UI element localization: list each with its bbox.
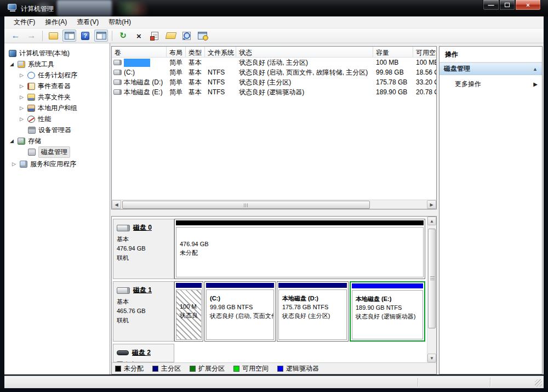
- expander-icon[interactable]: ▷: [11, 161, 17, 167]
- menu-file[interactable]: 文件(F): [9, 16, 40, 29]
- refresh-button[interactable]: ↻: [116, 30, 130, 42]
- minimize-button[interactable]: —: [483, 0, 499, 10]
- tree-item-system-tools[interactable]: ◢ 系统工具: [9, 59, 54, 70]
- menu-action[interactable]: 操作(A): [40, 16, 72, 29]
- legend-color-swatch: [115, 366, 121, 372]
- export-list-icon: [49, 32, 58, 39]
- partition-type-stripe: [206, 283, 274, 288]
- partition-type-stripe: [278, 283, 347, 288]
- menu-help[interactable]: 帮助(H): [104, 16, 136, 29]
- tree-item-shared-folders[interactable]: ▷ 共享文件夹: [19, 92, 71, 103]
- partition-type-stripe: [176, 220, 424, 225]
- expander-icon[interactable]: ▷: [19, 72, 25, 78]
- delete-icon: ×: [136, 31, 141, 41]
- forward-button[interactable]: →: [25, 30, 38, 42]
- app-icon: [8, 4, 17, 12]
- legend-free-space: 可用空间: [233, 364, 269, 373]
- find-button[interactable]: [180, 30, 193, 42]
- expander-icon[interactable]: ▷: [19, 94, 25, 100]
- delete-button[interactable]: ×: [132, 30, 146, 42]
- properties-button[interactable]: [148, 30, 162, 42]
- expander-icon[interactable]: ◢: [9, 138, 15, 144]
- expander-icon[interactable]: ◢: [9, 61, 15, 67]
- selected-volume-highlight[interactable]: [124, 59, 150, 67]
- legend-primary-partition: 主分区: [152, 364, 181, 373]
- partition-d[interactable]: 本地磁盘 (D:) 175.78 GB NTFS 状态良好 (主分区): [277, 281, 349, 342]
- system-reserved-partition[interactable]: 100 M 状态良: [174, 281, 203, 342]
- collapse-section-icon[interactable]: ▲: [533, 66, 538, 72]
- local-users-icon: [27, 105, 35, 112]
- expander-icon[interactable]: ▷: [19, 83, 25, 89]
- tree-item-device-manager[interactable]: 设备管理器: [28, 124, 71, 135]
- maximize-button[interactable]: [499, 0, 515, 10]
- legend-color-swatch: [190, 366, 196, 372]
- tree-item-event-viewer[interactable]: ▷ 事件查看器: [19, 81, 71, 92]
- tree-item-performance[interactable]: ▷ 性能: [19, 113, 51, 124]
- column-header-status[interactable]: 状态: [236, 47, 373, 57]
- scrollbar-thumb[interactable]: [428, 229, 436, 328]
- legend-color-swatch: [152, 366, 158, 372]
- menu-view[interactable]: 查看(V): [72, 16, 104, 29]
- scrollbar-thumb[interactable]: [122, 201, 370, 209]
- help-icon: ?: [81, 32, 89, 40]
- scroll-down-button[interactable]: ▼: [427, 354, 436, 362]
- open-button[interactable]: [164, 30, 178, 42]
- action-pane-icon: [96, 32, 106, 39]
- tree-root-computer-management[interactable]: 计算机管理(本地): [9, 48, 70, 59]
- disk-0-label[interactable]: 磁盘 0 基本 476.94 GB 联机: [113, 219, 174, 279]
- export-list-button[interactable]: [47, 30, 60, 42]
- expander-icon[interactable]: ▷: [19, 105, 25, 111]
- help-button[interactable]: ?: [78, 30, 92, 42]
- forward-icon: →: [27, 31, 36, 41]
- more-actions-item[interactable]: 更多操作 ▶: [439, 75, 542, 89]
- actions-section-disk-management[interactable]: 磁盘管理 ▲: [439, 63, 542, 75]
- tree-item-disk-management[interactable]: 磁盘管理: [28, 146, 70, 157]
- column-header-filesystem[interactable]: 文件系统: [205, 47, 236, 57]
- disk-0-unallocated-partition[interactable]: 476.94 GB 未分配: [174, 219, 425, 279]
- scroll-left-button[interactable]: ◀: [112, 200, 121, 209]
- column-header-layout[interactable]: 布局: [167, 47, 186, 57]
- tree-item-local-users-groups[interactable]: ▷ 本地用户和组: [19, 103, 77, 113]
- volume-row-e[interactable]: 本地磁盘 (E:) 简单 基本 NTFS 状态良好 (逻辑驱动器) 189.90…: [112, 87, 436, 97]
- volume-row-c[interactable]: (C:) 简单 基本 NTFS 状态良好 (启动, 页面文件, 故障转储, 主分…: [112, 67, 436, 77]
- volume-icon: [113, 89, 122, 95]
- tree-item-task-scheduler[interactable]: ▷ 任务计划程序: [19, 70, 77, 81]
- resize-grip[interactable]: [535, 379, 542, 387]
- scroll-up-button[interactable]: ▲: [427, 217, 436, 225]
- find-icon: [182, 32, 191, 40]
- removable-drive-icon: [117, 350, 129, 355]
- disk-drive-icon: [117, 287, 130, 294]
- tree-item-services-applications[interactable]: ▷ 服务和应用程序: [11, 158, 76, 169]
- back-button[interactable]: ←: [9, 30, 22, 42]
- close-button[interactable]: ×: [515, 0, 541, 10]
- disk-management-icon: [28, 149, 36, 156]
- vertical-scrollbar[interactable]: ▲ ▼: [427, 217, 436, 362]
- disk-1-row: 磁盘 1 基本 465.76 GB 联机 100 M 状态良 (C:): [112, 281, 436, 342]
- partition-c[interactable]: (C:) 99.98 GB NTFS 状态良好 (启动, 页面文件,: [204, 281, 276, 342]
- volume-list-pane: 卷 布局 类型 文件系统 状态 容量 可用空间 简单 基本 状态良好 (活动, …: [111, 46, 437, 209]
- show-action-pane-button[interactable]: [94, 30, 108, 42]
- tree-item-storage[interactable]: ◢ 存储: [9, 135, 41, 146]
- partition-type-stripe: [176, 283, 202, 288]
- titlebar-glass-highlight: [57, 0, 112, 16]
- window-titlebar[interactable]: 计算机管理 — ×: [0, 0, 548, 16]
- column-header-type[interactable]: 类型: [186, 47, 205, 57]
- disk-1-label[interactable]: 磁盘 1 基本 465.76 GB 联机: [113, 281, 174, 342]
- console-tree-icon: [65, 32, 75, 39]
- column-header-free-space[interactable]: 可用空间: [413, 47, 436, 57]
- partition-e-logical-drive[interactable]: 本地磁盘 (E:) 189.90 GB NTFS 状态良好 (逻辑驱动器): [350, 281, 425, 342]
- column-header-volume[interactable]: 卷: [112, 47, 167, 57]
- expander-icon[interactable]: ▷: [19, 116, 25, 122]
- column-header-capacity[interactable]: 容量: [373, 47, 413, 57]
- horizontal-scrollbar[interactable]: ◀ ▶: [112, 200, 436, 209]
- disk-2-label[interactable]: 磁盘 2 可移动 (I:): [113, 344, 174, 362]
- disk-2-row: 磁盘 2 可移动 (I:): [112, 344, 436, 362]
- volume-row-d[interactable]: 本地磁盘 (D:) 简单 基本 NTFS 状态良好 (主分区) 175.78 G…: [112, 77, 436, 87]
- add-snap-in-button[interactable]: [196, 30, 209, 42]
- scroll-right-button[interactable]: ▶: [427, 200, 436, 209]
- event-viewer-icon: [27, 83, 35, 90]
- toolbar: ← → ? ↻ ×: [4, 29, 544, 43]
- volume-row-system-reserved[interactable]: 简单 基本 状态良好 (活动, 主分区) 100 MB 100 MB: [112, 58, 436, 67]
- submenu-arrow-icon: ▶: [533, 81, 538, 87]
- show-console-tree-button[interactable]: [62, 30, 76, 42]
